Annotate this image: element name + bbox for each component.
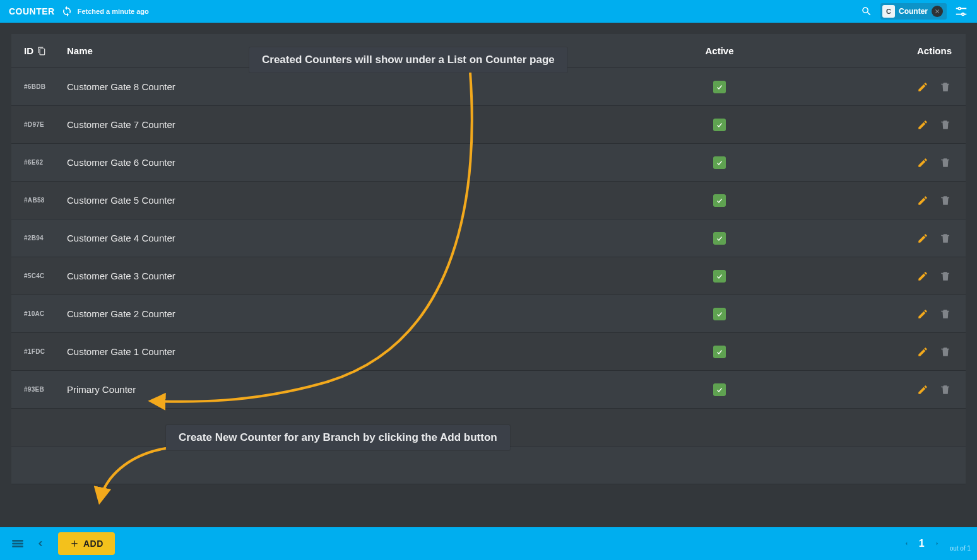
table-row[interactable]: #2B94Customer Gate 4 Counter [11, 219, 966, 257]
active-checkbox[interactable] [713, 232, 726, 245]
edit-icon[interactable] [915, 306, 930, 322]
row-name: Customer Gate 2 Counter [67, 308, 637, 319]
delete-icon[interactable] [938, 231, 953, 246]
page-title: COUNTER [9, 6, 55, 16]
pager-current: 1 [919, 538, 925, 549]
edit-icon[interactable] [915, 155, 930, 170]
delete-icon[interactable] [938, 117, 953, 132]
row-id: #AB58 [24, 197, 67, 204]
delete-icon[interactable] [938, 269, 953, 284]
chip-close-icon[interactable] [932, 6, 943, 17]
row-name: Customer Gate 3 Counter [67, 271, 637, 281]
row-active [637, 308, 802, 320]
delete-icon[interactable] [938, 306, 953, 322]
table-container: ID Name Active Actions #6BDBCustomer Gat… [0, 23, 977, 527]
edit-icon[interactable] [915, 344, 930, 359]
pager-prev[interactable] [901, 539, 911, 549]
menu-icon[interactable] [6, 532, 29, 555]
row-active [637, 119, 802, 131]
table-row[interactable]: #5C4CCustomer Gate 3 Counter [11, 257, 966, 295]
tune-icon[interactable] [954, 4, 968, 18]
active-checkbox[interactable] [713, 81, 726, 93]
annotation-top: Created Counters will show under a List … [249, 47, 567, 73]
edit-icon[interactable] [915, 231, 930, 246]
row-id: #6BDB [24, 83, 67, 90]
delete-icon[interactable] [938, 155, 953, 170]
table-row[interactable]: #10ACCustomer Gate 2 Counter [11, 295, 966, 333]
row-active [637, 232, 802, 245]
active-checkbox[interactable] [713, 346, 726, 358]
delete-icon[interactable] [938, 382, 953, 397]
table-row[interactable]: #6BDBCustomer Gate 8 Counter [11, 68, 966, 106]
row-name: Customer Gate 4 Counter [67, 233, 637, 243]
add-button[interactable]: ADD [58, 532, 115, 555]
active-checkbox[interactable] [713, 194, 726, 207]
last-fetched-text: Fetched a minute ago [78, 8, 149, 15]
row-active [637, 156, 802, 169]
row-name: Customer Gate 5 Counter [67, 195, 637, 206]
row-id: #10AC [24, 310, 67, 317]
row-name: Customer Gate 7 Counter [67, 119, 637, 130]
pager: 1 out of 1 [901, 536, 971, 552]
search-icon[interactable] [860, 5, 873, 18]
filter-chip-counter[interactable]: C Counter [880, 3, 947, 20]
chip-avatar: C [882, 5, 895, 18]
row-active [637, 383, 802, 396]
row-name: Customer Gate 6 Counter [67, 157, 637, 168]
table-row[interactable]: #93EBPrimary Counter [11, 371, 966, 409]
delete-icon[interactable] [938, 79, 953, 95]
active-checkbox[interactable] [713, 119, 726, 131]
bottom-bar: ADD 1 out of 1 [0, 527, 977, 560]
row-name: Primary Counter [67, 384, 637, 395]
pager-next[interactable] [932, 539, 942, 549]
table-row-empty [11, 446, 966, 484]
delete-icon[interactable] [938, 344, 953, 359]
back-icon[interactable] [29, 532, 52, 555]
column-header-active[interactable]: Active [637, 45, 802, 56]
chip-label: Counter [899, 7, 928, 16]
row-active [637, 194, 802, 207]
active-checkbox[interactable] [713, 383, 726, 396]
table-row[interactable]: #6E62Customer Gate 6 Counter [11, 144, 966, 182]
svg-point-3 [962, 13, 964, 16]
edit-icon[interactable] [915, 193, 930, 208]
row-active [637, 270, 802, 283]
table-row[interactable]: #1FDCCustomer Gate 1 Counter [11, 333, 966, 371]
table-row[interactable]: #AB58Customer Gate 5 Counter [11, 182, 966, 219]
top-bar: COUNTER Fetched a minute ago C Counter [0, 0, 977, 23]
row-id: #D97E [24, 121, 67, 128]
row-name: Customer Gate 1 Counter [67, 346, 637, 357]
row-id: #6E62 [24, 159, 67, 166]
table-row[interactable]: #D97ECustomer Gate 7 Counter [11, 106, 966, 144]
svg-point-1 [958, 8, 961, 10]
delete-icon[interactable] [938, 193, 953, 208]
refresh-icon[interactable] [61, 6, 73, 17]
row-name: Customer Gate 8 Counter [67, 81, 637, 92]
edit-icon[interactable] [915, 79, 930, 95]
edit-icon[interactable] [915, 382, 930, 397]
active-checkbox[interactable] [713, 156, 726, 169]
column-header-id-label: ID [24, 45, 33, 56]
annotation-bottom: Create New Counter for any Branch by cli… [166, 425, 510, 450]
row-id: #93EB [24, 386, 67, 393]
add-button-label: ADD [83, 539, 104, 549]
row-id: #2B94 [24, 235, 67, 242]
active-checkbox[interactable] [713, 308, 726, 320]
edit-icon[interactable] [915, 117, 930, 132]
row-id: #5C4C [24, 272, 67, 279]
column-header-id[interactable]: ID [24, 45, 67, 56]
row-id: #1FDC [24, 348, 67, 355]
row-active [637, 81, 802, 93]
active-checkbox[interactable] [713, 270, 726, 283]
copy-icon [37, 47, 46, 55]
edit-icon[interactable] [915, 269, 930, 284]
column-header-actions: Actions [802, 45, 953, 56]
pager-outof: out of 1 [950, 545, 971, 552]
row-active [637, 346, 802, 358]
